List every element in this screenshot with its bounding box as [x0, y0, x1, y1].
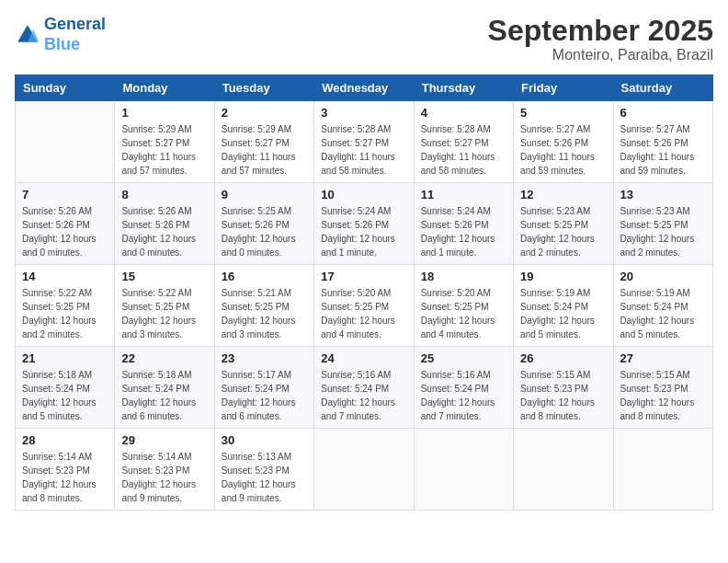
day-info: Sunrise: 5:26 AM Sunset: 5:26 PM Dayligh… [22, 204, 108, 259]
calendar-cell: 27Sunrise: 5:15 AM Sunset: 5:23 PM Dayli… [613, 347, 712, 429]
day-info: Sunrise: 5:28 AM Sunset: 5:27 PM Dayligh… [321, 122, 406, 178]
day-info: Sunrise: 5:22 AM Sunset: 5:25 PM Dayligh… [121, 286, 207, 341]
day-number: 15 [121, 270, 207, 283]
day-info: Sunrise: 5:14 AM Sunset: 5:23 PM Dayligh… [121, 450, 207, 505]
weekday-header-wednesday: Wednesday [314, 75, 414, 101]
day-number: 4 [421, 106, 506, 120]
calendar-cell [414, 429, 513, 511]
logo-line2: Blue [44, 35, 80, 53]
day-info: Sunrise: 5:13 AM Sunset: 5:23 PM Dayligh… [222, 450, 307, 505]
weekday-header-friday: Friday [514, 75, 613, 101]
day-number: 29 [121, 433, 207, 447]
day-info: Sunrise: 5:18 AM Sunset: 5:24 PM Dayligh… [22, 368, 108, 423]
day-number: 21 [22, 351, 108, 365]
calendar-cell: 22Sunrise: 5:18 AM Sunset: 5:24 PM Dayli… [115, 347, 214, 429]
weekday-header-saturday: Saturday [613, 75, 712, 101]
day-info: Sunrise: 5:16 AM Sunset: 5:24 PM Dayligh… [421, 368, 506, 423]
day-info: Sunrise: 5:28 AM Sunset: 5:27 PM Dayligh… [421, 122, 506, 178]
week-row-3: 14Sunrise: 5:22 AM Sunset: 5:25 PM Dayli… [16, 265, 713, 347]
location: Monteiro, Paraiba, Brazil [488, 47, 713, 63]
logo-line1: General [44, 15, 106, 33]
day-info: Sunrise: 5:23 AM Sunset: 5:25 PM Dayligh… [520, 204, 606, 259]
calendar-cell [514, 429, 613, 511]
calendar-cell: 21Sunrise: 5:18 AM Sunset: 5:24 PM Dayli… [16, 347, 115, 429]
logo-text: General Blue [44, 15, 106, 54]
calendar-cell: 26Sunrise: 5:15 AM Sunset: 5:23 PM Dayli… [514, 347, 613, 429]
day-info: Sunrise: 5:22 AM Sunset: 5:25 PM Dayligh… [22, 286, 108, 341]
day-info: Sunrise: 5:27 AM Sunset: 5:26 PM Dayligh… [620, 122, 706, 178]
weekday-header-sunday: Sunday [16, 75, 115, 101]
day-number: 1 [121, 106, 207, 120]
day-number: 13 [620, 188, 706, 201]
day-info: Sunrise: 5:20 AM Sunset: 5:25 PM Dayligh… [321, 286, 406, 341]
calendar-cell: 2Sunrise: 5:29 AM Sunset: 5:27 PM Daylig… [214, 101, 313, 183]
day-number: 20 [620, 270, 706, 283]
day-number: 23 [222, 351, 307, 365]
day-number: 7 [22, 188, 108, 201]
day-info: Sunrise: 5:15 AM Sunset: 5:23 PM Dayligh… [520, 368, 606, 423]
day-number: 16 [222, 270, 307, 283]
calendar-cell: 9Sunrise: 5:25 AM Sunset: 5:26 PM Daylig… [214, 183, 313, 265]
page-header: General Blue September 2025 Monteiro, Pa… [15, 15, 713, 63]
day-info: Sunrise: 5:15 AM Sunset: 5:23 PM Dayligh… [620, 368, 706, 423]
day-info: Sunrise: 5:14 AM Sunset: 5:23 PM Dayligh… [22, 450, 108, 505]
month-title: September 2025 [488, 15, 713, 47]
day-number: 18 [421, 270, 506, 283]
day-number: 17 [321, 270, 406, 283]
day-number: 2 [222, 106, 307, 120]
day-info: Sunrise: 5:24 AM Sunset: 5:26 PM Dayligh… [321, 204, 406, 259]
calendar-cell: 6Sunrise: 5:27 AM Sunset: 5:26 PM Daylig… [613, 101, 712, 183]
week-row-1: 1Sunrise: 5:29 AM Sunset: 5:27 PM Daylig… [16, 101, 713, 183]
calendar-cell [314, 429, 414, 511]
title-block: September 2025 Monteiro, Paraiba, Brazil [488, 15, 713, 63]
calendar-cell: 18Sunrise: 5:20 AM Sunset: 5:25 PM Dayli… [414, 265, 513, 347]
day-number: 5 [520, 106, 606, 120]
calendar-cell: 3Sunrise: 5:28 AM Sunset: 5:27 PM Daylig… [314, 101, 414, 183]
weekday-header-monday: Monday [115, 75, 214, 101]
day-number: 28 [22, 433, 108, 447]
day-number: 22 [121, 351, 207, 365]
day-number: 10 [321, 188, 406, 201]
logo: General Blue [15, 15, 106, 54]
calendar-table: SundayMondayTuesdayWednesdayThursdayFrid… [15, 75, 713, 511]
calendar-cell [16, 101, 115, 183]
day-number: 3 [321, 106, 406, 120]
day-number: 25 [421, 351, 506, 365]
calendar-cell: 28Sunrise: 5:14 AM Sunset: 5:23 PM Dayli… [16, 429, 115, 511]
calendar-cell: 19Sunrise: 5:19 AM Sunset: 5:24 PM Dayli… [514, 265, 613, 347]
calendar-cell: 13Sunrise: 5:23 AM Sunset: 5:25 PM Dayli… [613, 183, 712, 265]
day-info: Sunrise: 5:24 AM Sunset: 5:26 PM Dayligh… [421, 204, 506, 259]
day-number: 9 [222, 188, 307, 201]
calendar-cell: 4Sunrise: 5:28 AM Sunset: 5:27 PM Daylig… [414, 101, 513, 183]
calendar-cell: 12Sunrise: 5:23 AM Sunset: 5:25 PM Dayli… [514, 183, 613, 265]
calendar-cell: 7Sunrise: 5:26 AM Sunset: 5:26 PM Daylig… [16, 183, 115, 265]
day-info: Sunrise: 5:19 AM Sunset: 5:24 PM Dayligh… [620, 286, 706, 341]
calendar-cell: 8Sunrise: 5:26 AM Sunset: 5:26 PM Daylig… [115, 183, 214, 265]
day-info: Sunrise: 5:18 AM Sunset: 5:24 PM Dayligh… [121, 368, 207, 423]
calendar-cell: 15Sunrise: 5:22 AM Sunset: 5:25 PM Dayli… [115, 265, 214, 347]
day-number: 14 [22, 270, 108, 283]
day-info: Sunrise: 5:20 AM Sunset: 5:25 PM Dayligh… [421, 286, 506, 341]
day-info: Sunrise: 5:23 AM Sunset: 5:25 PM Dayligh… [620, 204, 706, 259]
week-row-4: 21Sunrise: 5:18 AM Sunset: 5:24 PM Dayli… [16, 347, 713, 429]
day-info: Sunrise: 5:26 AM Sunset: 5:26 PM Dayligh… [121, 204, 207, 259]
weekday-header-row: SundayMondayTuesdayWednesdayThursdayFrid… [16, 75, 713, 101]
day-number: 30 [222, 433, 307, 447]
calendar-cell [613, 429, 712, 511]
week-row-5: 28Sunrise: 5:14 AM Sunset: 5:23 PM Dayli… [16, 429, 713, 511]
day-number: 24 [321, 351, 406, 365]
calendar-cell: 5Sunrise: 5:27 AM Sunset: 5:26 PM Daylig… [514, 101, 613, 183]
day-info: Sunrise: 5:21 AM Sunset: 5:25 PM Dayligh… [222, 286, 307, 341]
week-row-2: 7Sunrise: 5:26 AM Sunset: 5:26 PM Daylig… [16, 183, 713, 265]
calendar-cell: 1Sunrise: 5:29 AM Sunset: 5:27 PM Daylig… [115, 101, 214, 183]
calendar-cell: 17Sunrise: 5:20 AM Sunset: 5:25 PM Dayli… [314, 265, 414, 347]
day-info: Sunrise: 5:29 AM Sunset: 5:27 PM Dayligh… [222, 122, 307, 178]
calendar-cell: 24Sunrise: 5:16 AM Sunset: 5:24 PM Dayli… [314, 347, 414, 429]
calendar-cell: 14Sunrise: 5:22 AM Sunset: 5:25 PM Dayli… [16, 265, 115, 347]
day-number: 8 [121, 188, 207, 201]
calendar-cell: 20Sunrise: 5:19 AM Sunset: 5:24 PM Dayli… [613, 265, 712, 347]
day-number: 27 [620, 351, 706, 365]
calendar-cell: 11Sunrise: 5:24 AM Sunset: 5:26 PM Dayli… [414, 183, 513, 265]
weekday-header-tuesday: Tuesday [214, 75, 313, 101]
day-info: Sunrise: 5:29 AM Sunset: 5:27 PM Dayligh… [121, 122, 207, 178]
